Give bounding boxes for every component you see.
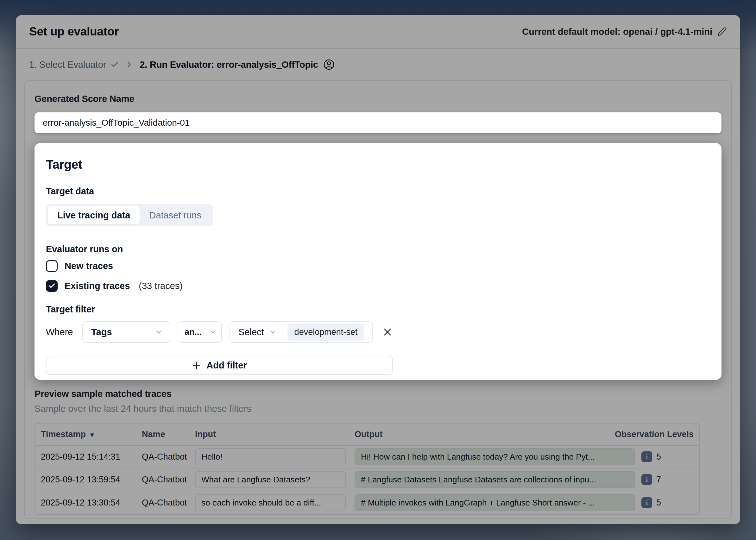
default-model-label: Current default model: openai / gpt-4.1-… [522, 27, 712, 37]
app-background: { "window": { "title": "Set up evaluator… [0, 0, 756, 540]
chevron-down-icon [210, 329, 216, 335]
breadcrumb-step2-label: 2. Run Evaluator: error-analysis_OffTopi… [140, 60, 318, 70]
divider [282, 326, 282, 338]
filter-value-select[interactable]: Select [238, 327, 264, 338]
row-name: QA-Chatbot [142, 475, 195, 484]
filter-value-chip[interactable]: development-set [287, 324, 365, 341]
target-data-tabs: Live tracing data Dataset runs [46, 204, 213, 226]
row-timestamp: 2025-09-12 13:59:54 [41, 475, 142, 484]
row-input-text: Hello! [201, 452, 222, 462]
row-name: QA-Chatbot [142, 498, 195, 508]
add-filter-label: Add filter [207, 360, 246, 371]
table-row[interactable]: 2025-09-12 13:59:54 QA-Chatbot What are … [35, 469, 699, 491]
chevron-down-icon [269, 328, 277, 336]
row-input-cell[interactable]: What are Langfuse Datasets? [195, 471, 346, 488]
generated-score-name-input[interactable] [35, 112, 721, 133]
checkbox-label: New traces [65, 261, 113, 271]
breadcrumb-step-select-evaluator[interactable]: 1. Select Evaluator [29, 60, 119, 70]
timestamp-header-label: Timestamp [41, 430, 86, 439]
target-data-label: Target data [46, 186, 710, 196]
filter-value-control: Select development-set [229, 321, 373, 343]
checkbox-new-traces[interactable] [46, 260, 58, 272]
filter-operator-select[interactable]: an... [178, 321, 222, 343]
row-input-text: What are Langfuse Datasets? [201, 475, 310, 484]
filter-operator-value: an... [185, 327, 202, 337]
option-new-traces[interactable]: New traces [46, 259, 710, 273]
filter-where-label: Where [46, 327, 82, 338]
preview-subtitle: Sample over the last 24 hours that match… [35, 404, 721, 414]
sort-desc-icon [89, 430, 95, 439]
setup-evaluator-dialog: Set up evaluator Current default model: … [16, 15, 740, 524]
row-input-cell[interactable]: so each invoke should be a diff... [195, 494, 346, 511]
user-circle-icon [323, 59, 335, 70]
table-row[interactable]: 2025-09-12 13:30:54 QA-Chatbot so each i… [35, 491, 699, 514]
breadcrumb: 1. Select Evaluator 2. Run Evaluator: er… [16, 49, 740, 80]
observation-count: 5 [656, 498, 661, 508]
check-icon [48, 282, 56, 290]
row-output-text: Hi! How can I help with Langfuse today? … [361, 452, 595, 462]
checkbox-label: Existing traces [65, 281, 130, 291]
column-header-observation-levels[interactable]: Observation Levels [615, 430, 693, 439]
target-title: Target [46, 158, 710, 171]
add-filter-button[interactable]: Add filter [46, 356, 393, 375]
score-name-label: Generated Score Name [35, 94, 721, 104]
page-title: Set up evaluator [29, 25, 119, 38]
tab-live-tracing-data[interactable]: Live tracing data [48, 206, 140, 224]
row-name: QA-Chatbot [142, 452, 195, 462]
row-output-cell[interactable]: # Multiple invokes with LangGraph + Lang… [355, 494, 635, 511]
remove-filter-button[interactable] [381, 326, 394, 338]
row-timestamp: 2025-09-12 15:14:31 [41, 452, 142, 462]
filter-row: Where Tags an... Select [46, 321, 710, 343]
breadcrumb-step-run-evaluator: 2. Run Evaluator: error-analysis_OffTopi… [140, 59, 334, 70]
default-model-info: Current default model: openai / gpt-4.1-… [522, 27, 727, 37]
column-header-input[interactable]: Input [195, 430, 355, 439]
row-output-cell[interactable]: Hi! How can I help with Langfuse today? … [355, 448, 635, 465]
evaluator-runs-on-label: Evaluator runs on [46, 244, 710, 254]
matched-traces-table: Timestamp Name Input Output Observation … [35, 423, 700, 515]
trace-count: (33 traces) [139, 281, 183, 291]
preview-title: Preview sample matched traces [35, 389, 721, 399]
row-input-cell[interactable]: Hello! [195, 448, 346, 465]
row-input-text: so each invoke should be a diff... [201, 498, 321, 508]
row-observation-levels: 7 [641, 474, 693, 485]
checkbox-existing-traces[interactable] [46, 280, 58, 292]
chevron-down-icon [154, 328, 163, 336]
plus-icon [192, 360, 201, 370]
row-observation-levels: 5 [641, 497, 693, 508]
row-output-cell[interactable]: # Langfuse Datasets Langfuse Datasets ar… [355, 471, 635, 488]
info-badge-icon [641, 497, 652, 508]
info-badge-icon [641, 474, 652, 485]
table-header-row: Timestamp Name Input Output Observation … [35, 424, 699, 446]
row-output-text: # Multiple invokes with LangGraph + Lang… [361, 498, 595, 508]
filter-column-value: Tags [91, 327, 112, 338]
dialog-header: Set up evaluator Current default model: … [16, 15, 740, 49]
edit-pencil-icon[interactable] [717, 27, 727, 36]
column-header-name[interactable]: Name [142, 430, 195, 439]
tab-dataset-runs[interactable]: Dataset runs [140, 206, 211, 224]
info-badge-icon [641, 451, 652, 462]
breadcrumb-step1-label: 1. Select Evaluator [29, 60, 106, 70]
run-evaluator-form-section: Generated Score Name Target Target data … [24, 80, 732, 519]
target-card: Target Target data Live tracing data Dat… [35, 143, 721, 380]
observation-count: 7 [656, 475, 661, 484]
chevron-right-icon [125, 61, 133, 69]
table-row[interactable]: 2025-09-12 15:14:31 QA-Chatbot Hello! Hi… [35, 446, 699, 469]
row-observation-levels: 5 [641, 451, 693, 462]
row-output-text: # Langfuse Datasets Langfuse Datasets ar… [361, 475, 596, 484]
column-header-output[interactable]: Output [355, 430, 615, 439]
filter-column-select[interactable]: Tags [82, 321, 170, 343]
row-timestamp: 2025-09-12 13:30:54 [41, 498, 142, 508]
check-icon [110, 61, 119, 69]
observation-count: 5 [656, 452, 661, 462]
column-header-timestamp[interactable]: Timestamp [41, 430, 142, 439]
target-filter-label: Target filter [46, 304, 710, 314]
option-existing-traces[interactable]: Existing traces (33 traces) [46, 279, 710, 293]
